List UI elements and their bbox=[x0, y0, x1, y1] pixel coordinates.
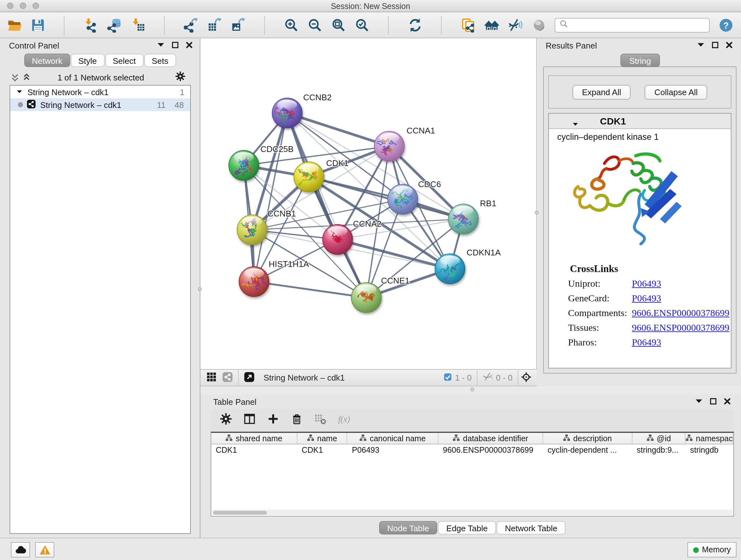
open-in-window-icon[interactable] bbox=[244, 371, 255, 384]
add-column-icon[interactable] bbox=[267, 413, 280, 428]
column-header-shared-name[interactable]: shared name bbox=[211, 433, 297, 444]
column-header-name[interactable]: name bbox=[297, 433, 347, 444]
zoom-out-button[interactable] bbox=[307, 17, 322, 33]
zoom-selected-button[interactable] bbox=[354, 17, 369, 33]
refresh-layout-button[interactable] bbox=[407, 17, 422, 33]
column-header-namespac[interactable]: namespac bbox=[686, 433, 733, 444]
node-CCNA1[interactable] bbox=[374, 131, 404, 161]
search-input[interactable] bbox=[571, 21, 705, 30]
gear-icon[interactable] bbox=[175, 71, 186, 84]
crosslink-value[interactable]: P06493 bbox=[632, 337, 661, 348]
export-table-button[interactable] bbox=[207, 17, 222, 33]
grid-view-icon[interactable] bbox=[206, 371, 217, 384]
right-splitter-handle[interactable] bbox=[535, 211, 539, 214]
tab-network-table[interactable]: Network Table bbox=[496, 521, 565, 535]
crosslink-value[interactable]: P06493 bbox=[632, 293, 661, 304]
crosslink-value[interactable]: 9606.ENSP00000378699 bbox=[632, 308, 730, 319]
float-panel-icon[interactable] bbox=[709, 396, 718, 408]
left-splitter-handle[interactable] bbox=[198, 287, 202, 291]
network-row[interactable]: String Network – cdk1 11 48 bbox=[10, 98, 190, 111]
hidden-eye-icon bbox=[482, 372, 493, 384]
export-image-button[interactable] bbox=[230, 17, 246, 33]
node-CCNE1[interactable] bbox=[351, 283, 381, 313]
gear-icon[interactable] bbox=[219, 413, 232, 428]
column-header-database-identifier[interactable]: database identifier bbox=[439, 433, 543, 444]
close-panel-icon[interactable] bbox=[185, 40, 193, 52]
columns-icon[interactable] bbox=[243, 413, 256, 428]
tab-style[interactable]: Style bbox=[71, 54, 105, 67]
node-CCNB2[interactable] bbox=[272, 98, 302, 128]
network-collection-row[interactable]: String Network – cdk1 1 bbox=[10, 85, 190, 98]
node-CDKN1A[interactable] bbox=[435, 254, 465, 284]
memory-button[interactable]: Memory bbox=[687, 542, 737, 557]
node-CCNA2[interactable] bbox=[323, 225, 353, 254]
column-header--id[interactable]: @id bbox=[632, 433, 685, 444]
delete-table-icon[interactable] bbox=[314, 413, 327, 428]
column-header-canonical-name[interactable]: canonical name bbox=[347, 433, 439, 444]
node-RB1[interactable] bbox=[448, 204, 478, 234]
horizontal-scrollbar[interactable] bbox=[212, 509, 733, 515]
node-CDC25B[interactable] bbox=[229, 150, 259, 180]
share-view-icon[interactable] bbox=[222, 371, 233, 384]
export-network-button[interactable] bbox=[183, 17, 199, 33]
crosshair-icon[interactable] bbox=[521, 371, 532, 384]
table-row[interactable]: CDK1CDK1P064939606.ENSP00000378699cyclin… bbox=[211, 444, 733, 456]
tab-node-table[interactable]: Node Table bbox=[379, 521, 437, 535]
performance-mode-button[interactable] bbox=[531, 17, 546, 33]
edge-HIST1H1A-CCNE1[interactable] bbox=[254, 282, 366, 298]
crosslinks-title: CrossLinks bbox=[570, 263, 731, 274]
edge-CCNB2-HIST1H1A[interactable] bbox=[254, 113, 287, 282]
node-CCNB1[interactable] bbox=[237, 215, 267, 245]
hide-panels-button[interactable] bbox=[508, 17, 523, 33]
column-header-description[interactable]: description bbox=[543, 433, 632, 444]
collapse-panel-icon[interactable] bbox=[156, 40, 165, 52]
crosslink-value[interactable]: P06493 bbox=[632, 278, 661, 289]
table-cell: 9606.ENSP00000378699 bbox=[439, 444, 543, 456]
node-CDK1[interactable] bbox=[294, 162, 324, 192]
main-toolbar: ? bbox=[0, 13, 741, 38]
help-button[interactable]: ? bbox=[718, 17, 733, 33]
crosslink-value[interactable]: 9606.ENSP00000378699 bbox=[632, 322, 730, 333]
close-panel-icon[interactable] bbox=[723, 396, 731, 408]
collapse-panel-icon[interactable] bbox=[696, 40, 705, 52]
import-network-button[interactable] bbox=[83, 17, 98, 33]
selected-checkbox-icon[interactable] bbox=[444, 373, 452, 383]
cloud-button[interactable] bbox=[11, 542, 30, 557]
import-table-button[interactable] bbox=[130, 17, 145, 33]
save-session-button[interactable] bbox=[30, 17, 45, 33]
float-panel-icon[interactable] bbox=[171, 40, 179, 52]
collapse-all-button[interactable]: Collapse All bbox=[645, 84, 708, 99]
bottom-splitter-handle[interactable] bbox=[470, 388, 474, 391]
zoom-in-button[interactable] bbox=[283, 17, 299, 33]
result-entry-header[interactable]: CDK1 bbox=[549, 114, 731, 129]
tab-edge-table[interactable]: Edge Table bbox=[438, 521, 496, 535]
warning-button[interactable] bbox=[35, 542, 54, 557]
function-icon[interactable]: f(x) bbox=[338, 413, 350, 428]
network-canvas[interactable]: CCNB2CCNA1CDC25BCDK1CDC6RB1CCNB1CCNA2CDK… bbox=[200, 38, 537, 369]
tab-string[interactable]: String bbox=[620, 54, 660, 67]
clone-network-button[interactable] bbox=[460, 17, 475, 33]
collapse-panel-icon[interactable] bbox=[694, 396, 703, 408]
tab-network[interactable]: Network bbox=[24, 54, 70, 67]
import-database-button[interactable] bbox=[107, 17, 122, 33]
birds-eye-button[interactable] bbox=[484, 17, 499, 33]
node-label-CDK1: CDK1 bbox=[326, 159, 348, 168]
tab-select[interactable]: Select bbox=[105, 54, 143, 67]
hierarchy-icon bbox=[686, 434, 693, 443]
network-tree: String Network – cdk1 1 String Network –… bbox=[10, 85, 191, 534]
node-label-CCNA1: CCNA1 bbox=[407, 126, 435, 135]
hierarchy-icon bbox=[307, 434, 314, 443]
zoom-fit-button[interactable] bbox=[331, 17, 346, 33]
open-session-button[interactable] bbox=[6, 17, 22, 33]
trash-icon[interactable] bbox=[290, 413, 303, 428]
edge-CCNB2-CCNA1[interactable] bbox=[287, 113, 389, 146]
float-panel-icon[interactable] bbox=[711, 40, 719, 52]
expand-all-button[interactable]: Expand All bbox=[572, 84, 631, 99]
crosslink-label: Tissues: bbox=[568, 322, 632, 333]
tab-sets[interactable]: Sets bbox=[144, 54, 176, 67]
node-HIST1H1A[interactable] bbox=[239, 266, 269, 297]
node-CDC6[interactable] bbox=[388, 184, 418, 214]
close-panel-icon[interactable] bbox=[725, 40, 733, 52]
table-cell: stringdb:9... bbox=[632, 444, 685, 456]
results-buttons-box: Expand All Collapse All bbox=[548, 75, 731, 109]
